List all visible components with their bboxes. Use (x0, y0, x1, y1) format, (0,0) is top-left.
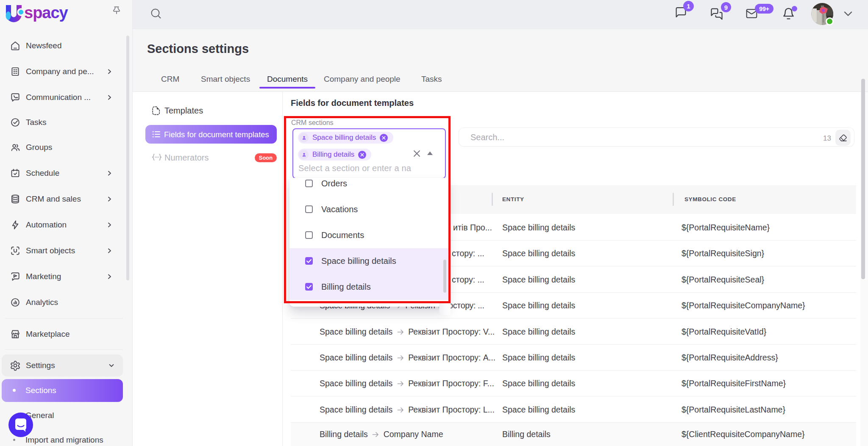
svg-text:spacy: spacy (24, 4, 68, 22)
